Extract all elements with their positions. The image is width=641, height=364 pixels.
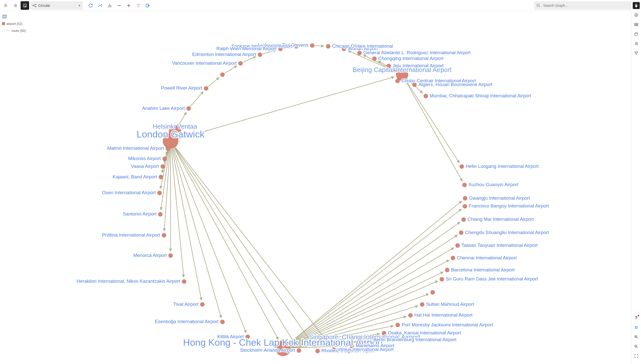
graph-node-label: Ralph Wien Memorial Airport	[217, 46, 277, 51]
legend-panel: airport (52)route (50)	[2, 13, 32, 34]
graph-edge[interactable]	[171, 149, 184, 277]
graph-node[interactable]	[310, 43, 314, 48]
graph-edge[interactable]	[315, 46, 324, 46]
graph-edge[interactable]	[243, 56, 256, 62]
graph-edge[interactable]	[172, 149, 201, 300]
graph-node[interactable]	[461, 217, 466, 222]
graph-node[interactable]	[162, 233, 166, 237]
zoom-in-icon[interactable]	[633, 333, 640, 340]
search-box[interactable]: ▾	[534, 1, 639, 10]
graph-node[interactable]	[258, 52, 262, 57]
graph-edge[interactable]	[175, 148, 315, 347]
curve-icon[interactable]	[96, 1, 104, 10]
graph-edge[interactable]	[176, 148, 331, 346]
graph-edge[interactable]	[190, 92, 203, 106]
graph-node[interactable]	[161, 164, 165, 169]
help-icon[interactable]: ?	[633, 314, 640, 321]
graph-node[interactable]	[315, 349, 320, 353]
graph-node[interactable]	[451, 256, 455, 260]
graph-node[interactable]	[462, 183, 467, 187]
graph-edge[interactable]	[174, 148, 278, 340]
graph-node-label: Hefei Luogang International Airport	[466, 164, 539, 169]
export-icon[interactable]	[144, 1, 152, 10]
graph-node-label: Kittilä Airport	[217, 334, 244, 339]
graph-node[interactable]	[463, 204, 467, 208]
graph-node[interactable]	[159, 175, 163, 179]
layout-dropdown[interactable]: Circular ▾	[30, 1, 83, 10]
graph-node[interactable]	[395, 79, 400, 83]
collapse-left-icon[interactable]	[11, 1, 20, 10]
legend-item-airport[interactable]: airport (52)	[2, 20, 32, 27]
graph-edge[interactable]	[406, 80, 459, 163]
graph-edge[interactable]	[290, 248, 454, 344]
graph-edge[interactable]	[175, 148, 297, 347]
graph-node[interactable]	[220, 72, 225, 77]
zoom-out-icon[interactable]	[633, 343, 640, 350]
graph-node[interactable]	[168, 253, 173, 258]
graph-node[interactable]	[166, 147, 170, 151]
legend-item-label: airport (52)	[7, 22, 23, 26]
svg-rect-14	[634, 23, 638, 26]
refresh-icon[interactable]	[86, 1, 95, 10]
graph-node-label: Chiang Mai International Airport	[467, 216, 534, 222]
graph-node[interactable]	[158, 212, 162, 216]
graph-edge[interactable]	[290, 235, 458, 344]
hierarchy-icon[interactable]	[105, 1, 114, 10]
graph-node[interactable]	[326, 44, 330, 48]
graph-edge[interactable]	[208, 78, 219, 87]
graph-node[interactable]	[396, 323, 400, 327]
legend-item-route[interactable]: route (50)	[2, 27, 32, 34]
graph-node[interactable]	[204, 86, 208, 91]
filter-icon[interactable]	[633, 50, 640, 57]
svg-point-8	[111, 6, 111, 7]
graph-node[interactable]	[220, 320, 225, 324]
svg-point-19	[635, 43, 636, 44]
graph-node[interactable]	[455, 243, 460, 248]
graph-canvas[interactable]: Hong Kong - Chek Lap Kok International A…	[0, 11, 631, 364]
image-mode-icon[interactable]	[21, 1, 29, 10]
graph-node-label: Chengdu Shuangliu International Airport	[465, 230, 549, 235]
graph-node-label: Berlin Brandenburg International Airport	[373, 337, 457, 342]
graph-node[interactable]	[440, 277, 444, 281]
graph-edge[interactable]	[178, 77, 394, 139]
graph-node[interactable]	[186, 106, 191, 111]
graph-node[interactable]	[408, 313, 413, 317]
delete-icon[interactable]	[134, 1, 143, 10]
graph-node[interactable]	[459, 231, 463, 235]
graph-node[interactable]	[460, 164, 464, 169]
svg-point-12	[635, 14, 638, 17]
graph-node[interactable]	[431, 290, 435, 295]
settings-icon[interactable]	[633, 40, 640, 47]
graph-node[interactable]	[238, 61, 243, 65]
graph-node-label: General Abelardo L. Rodriguez Internatio…	[363, 50, 471, 55]
graph-node[interactable]	[157, 191, 162, 195]
graph-node[interactable]	[357, 51, 362, 55]
graph-node[interactable]	[463, 196, 467, 200]
graph-node[interactable]	[420, 302, 424, 307]
graph-node-label: Chicago O'Hare International	[332, 43, 393, 49]
graph-node[interactable]	[200, 302, 204, 307]
target-icon[interactable]	[633, 12, 640, 19]
graph-node[interactable]	[372, 56, 377, 61]
graph-node[interactable]	[424, 94, 428, 98]
graph-node[interactable]	[297, 348, 301, 353]
graph-node[interactable]	[182, 279, 186, 284]
fit-icon[interactable]	[633, 352, 640, 359]
table-icon[interactable]	[633, 21, 640, 28]
palette-icon[interactable]	[633, 31, 640, 38]
graph-node-label: Hat Hai International Airport	[414, 312, 473, 318]
graph-node-label: Taiwan Taoyuan International Airport	[461, 243, 538, 248]
legend-map-icon[interactable]	[2, 13, 32, 20]
shrink-icon[interactable]	[633, 324, 640, 331]
layout-dropdown-label: Circular	[38, 4, 50, 8]
svg-point-5	[109, 4, 110, 5]
graph-edge[interactable]	[173, 149, 221, 318]
search-input[interactable]	[543, 3, 633, 8]
mouse-icon[interactable]	[633, 2, 640, 9]
graph-edge[interactable]	[225, 66, 237, 73]
expand-left-icon[interactable]	[2, 1, 10, 10]
add-icon[interactable]	[124, 1, 133, 10]
graph-node[interactable]	[445, 268, 449, 272]
graph-node[interactable]	[163, 157, 167, 161]
link-icon[interactable]	[115, 1, 123, 10]
